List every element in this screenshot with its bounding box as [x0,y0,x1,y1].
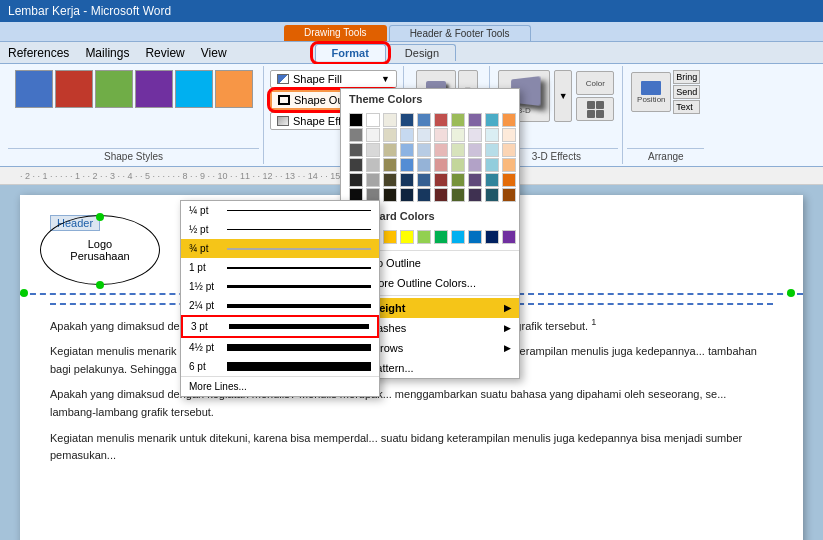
theme-color-cell[interactable] [400,188,414,202]
position-btn[interactable]: Position [631,72,671,112]
theme-color-cell[interactable] [366,173,380,187]
theme-color-cell[interactable] [417,143,431,157]
theme-color-cell[interactable] [502,158,516,172]
swatch-red[interactable] [55,70,93,108]
theme-color-cell[interactable] [485,158,499,172]
theme-color-cell[interactable] [349,158,363,172]
weight-4.5[interactable]: 4½ pt [181,338,379,357]
theme-color-cell[interactable] [417,158,431,172]
theme-color-cell[interactable] [400,158,414,172]
theme-color-cell[interactable] [502,128,516,142]
theme-color-cell[interactable] [383,128,397,142]
theme-color-cell[interactable] [366,128,380,142]
theme-color-cell[interactable] [451,143,465,157]
3d-color-btn[interactable]: Color [576,71,614,95]
menu-references[interactable]: References [0,44,77,62]
theme-color-cell[interactable] [383,173,397,187]
theme-color-cell[interactable] [349,173,363,187]
theme-color-cell[interactable] [434,128,448,142]
theme-color-cell[interactable] [434,188,448,202]
theme-color-cell[interactable] [417,173,431,187]
theme-color-cell[interactable] [451,113,465,127]
standard-color-cell[interactable] [451,230,465,244]
theme-color-cell[interactable] [502,143,516,157]
weight-1[interactable]: 1 pt [181,258,379,277]
swatch-teal[interactable] [175,70,213,108]
theme-color-cell[interactable] [434,113,448,127]
theme-color-cell[interactable] [383,143,397,157]
theme-color-cell[interactable] [349,128,363,142]
send-btn[interactable]: Send [673,85,700,99]
bring-btn[interactable]: Bring [673,70,700,84]
standard-color-cell[interactable] [400,230,414,244]
standard-color-cell[interactable] [383,230,397,244]
theme-color-cell[interactable] [468,158,482,172]
theme-color-cell[interactable] [502,173,516,187]
tab-format[interactable]: Format [315,44,386,61]
theme-color-cell[interactable] [349,143,363,157]
theme-color-cell[interactable] [485,188,499,202]
theme-color-cell[interactable] [468,143,482,157]
theme-color-cell[interactable] [451,188,465,202]
3d-nudge-btn[interactable] [576,97,614,121]
theme-color-cell[interactable] [400,128,414,142]
swatch-green[interactable] [95,70,133,108]
theme-color-cell[interactable] [417,188,431,202]
swatch-blue[interactable] [15,70,53,108]
theme-color-cell[interactable] [485,173,499,187]
swatch-purple[interactable] [135,70,173,108]
theme-color-cell[interactable] [451,128,465,142]
theme-color-cell[interactable] [400,143,414,157]
theme-color-cell[interactable] [400,113,414,127]
weight-1.5[interactable]: 1½ pt [181,277,379,296]
theme-color-cell[interactable] [366,143,380,157]
theme-color-cell[interactable] [417,113,431,127]
theme-color-cell[interactable] [417,128,431,142]
theme-color-cell[interactable] [383,158,397,172]
theme-color-cell[interactable] [468,173,482,187]
theme-color-cell[interactable] [485,128,499,142]
more-lines-item[interactable]: More Lines... [181,377,379,396]
swatch-orange[interactable] [215,70,253,108]
weight-2.25[interactable]: 2¼ pt [181,296,379,315]
shape-fill-btn[interactable]: Shape Fill ▼ [270,70,397,88]
menu-mailings[interactable]: Mailings [77,44,137,62]
menu-review[interactable]: Review [137,44,192,62]
standard-color-cell[interactable] [417,230,431,244]
theme-color-cell[interactable] [485,143,499,157]
tab-design[interactable]: Design [388,44,456,61]
theme-color-cell[interactable] [366,113,380,127]
theme-color-cell[interactable] [434,158,448,172]
text-btn[interactable]: Text [673,100,700,114]
theme-color-cell[interactable] [468,128,482,142]
3d-toggle-btn[interactable]: ▼ [554,70,572,122]
theme-color-cell[interactable] [383,113,397,127]
standard-color-cell[interactable] [502,230,516,244]
theme-color-cell[interactable] [434,173,448,187]
handle-bottom[interactable] [96,281,104,289]
theme-color-cell[interactable] [349,113,363,127]
handle-right[interactable] [787,289,795,297]
menu-view[interactable]: View [193,44,235,62]
theme-color-cell[interactable] [366,158,380,172]
theme-color-cell[interactable] [451,158,465,172]
weight-0.75[interactable]: ¾ pt [181,239,379,258]
theme-color-cell[interactable] [383,188,397,202]
theme-color-cell[interactable] [485,113,499,127]
oval-shape[interactable]: Logo Perusahaan [40,215,160,285]
theme-color-cell[interactable] [434,143,448,157]
weight-6[interactable]: 6 pt [181,357,379,376]
handle-left[interactable] [20,289,28,297]
standard-color-cell[interactable] [485,230,499,244]
theme-color-cell[interactable] [468,113,482,127]
standard-color-cell[interactable] [468,230,482,244]
theme-color-cell[interactable] [468,188,482,202]
weight-0.5[interactable]: ½ pt [181,220,379,239]
theme-color-cell[interactable] [400,173,414,187]
theme-color-cell[interactable] [451,173,465,187]
theme-color-cell[interactable] [502,188,516,202]
standard-color-cell[interactable] [434,230,448,244]
weight-3[interactable]: 3 pt [181,315,379,338]
handle-top[interactable] [96,213,104,221]
weight-0.25[interactable]: ¼ pt [181,201,379,220]
